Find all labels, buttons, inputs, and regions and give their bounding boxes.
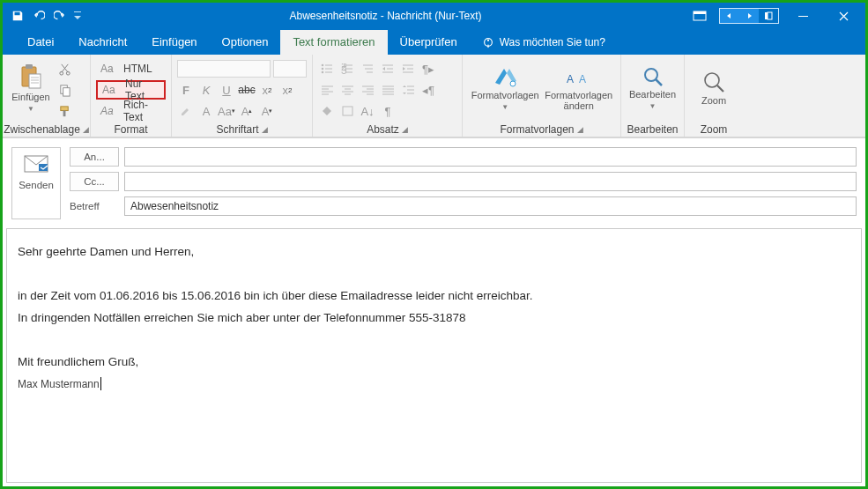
change-case-button[interactable]: Aa▾ [218, 102, 235, 120]
svg-point-24 [510, 81, 516, 86]
strike-button[interactable]: abc [238, 81, 256, 99]
multilevel-button[interactable] [359, 60, 376, 78]
align-center-button[interactable] [338, 81, 356, 99]
outlook-compose-window: Abwesenheitsnotiz - Nachricht (Nur-Text)… [0, 0, 868, 489]
close-button[interactable] [827, 6, 860, 26]
chevron-down-icon: ▼ [27, 105, 34, 113]
copy-button[interactable] [54, 80, 76, 100]
cc-button[interactable]: Cc... [70, 172, 119, 191]
shrink-font-button[interactable]: A▾ [258, 102, 276, 120]
tab-nachricht[interactable]: Nachricht [66, 30, 139, 55]
body-line: Sehr geehrte Damen und Herren, [18, 243, 850, 262]
line-spacing-button[interactable] [399, 81, 417, 99]
cc-field[interactable] [124, 172, 857, 191]
italic-button[interactable]: K [197, 81, 215, 99]
message-body[interactable]: Sehr geehrte Damen und Herren, in der Ze… [6, 228, 862, 483]
group-font: F K U abc x2 x2 A Aa▾ A▴ A▾ [172, 55, 313, 137]
send-button[interactable]: Senden [11, 147, 61, 219]
to-field[interactable] [124, 147, 857, 167]
svg-rect-2 [768, 12, 772, 19]
group-edit: Bearbeiten ▼ Bearbeiten [621, 55, 685, 137]
redo-button[interactable] [50, 6, 70, 26]
format-plain-text-button[interactable]: Aa Nur Text [96, 80, 166, 100]
align-left-button[interactable] [318, 81, 336, 99]
tab-text-formatieren[interactable]: Text formatieren [280, 30, 387, 55]
dialog-launcher-icon[interactable]: ◢ [262, 125, 268, 134]
save-button[interactable] [8, 6, 27, 26]
minimize-button[interactable] [786, 6, 820, 26]
to-button[interactable]: An... [70, 147, 119, 167]
font-size-select[interactable] [273, 60, 307, 78]
group-clipboard: Einfügen ▼ Zwischenablage◢ [3, 55, 91, 137]
styles-button[interactable]: Formatvorlagen ▼ [468, 57, 542, 119]
tell-me-input[interactable]: Was möchten Sie tun? [470, 31, 618, 55]
body-line: Mit freundlichem Gruß, [18, 353, 850, 372]
font-color-button[interactable]: A [197, 102, 215, 120]
edit-button[interactable]: Bearbeiten ▼ [627, 57, 679, 119]
borders-button[interactable] [338, 102, 356, 120]
subject-field[interactable]: Abwesenheitsnotiz [124, 196, 857, 216]
window-snap-icon[interactable] [759, 9, 778, 23]
window-controls [687, 6, 860, 26]
show-marks-button[interactable]: ¶ [379, 102, 397, 120]
group-styles: Formatvorlagen ▼ AA Formatvorlagen änder… [463, 55, 621, 137]
format-rich-text-button[interactable]: Aa Rich-Text [96, 101, 166, 121]
dialog-launcher-icon[interactable]: ◢ [577, 125, 583, 134]
body-line: Max Mustermann [18, 375, 850, 394]
cut-button[interactable] [54, 59, 76, 78]
ltr-button[interactable]: ¶▸ [419, 60, 437, 78]
window-state-group [719, 8, 779, 24]
svg-point-27 [645, 69, 657, 81]
align-right-button[interactable] [359, 81, 376, 99]
svg-rect-14 [63, 87, 70, 95]
svg-rect-10 [29, 74, 41, 88]
format-html-button[interactable]: Aa HTML [96, 59, 166, 78]
qat-dropdown-icon[interactable] [71, 6, 84, 26]
svg-rect-4 [798, 16, 808, 17]
chevron-down-icon: ▼ [649, 102, 657, 110]
sort-button[interactable]: A↓ [359, 102, 376, 120]
svg-text:A: A [579, 73, 586, 85]
paste-button[interactable]: Einfügen ▼ [8, 57, 54, 119]
ribbon: Einfügen ▼ Zwischenablage◢ Aa HTML Aa Nu… [3, 55, 865, 137]
dialog-launcher-icon[interactable]: ◢ [83, 125, 89, 134]
svg-point-19 [322, 71, 324, 74]
tab-ueberpruefen[interactable]: Überprüfen [388, 30, 470, 55]
subscript-button[interactable]: x2 [258, 81, 276, 99]
text-cursor [100, 377, 101, 390]
tab-einfuegen[interactable]: Einfügen [139, 30, 209, 55]
svg-point-18 [322, 68, 324, 70]
svg-rect-23 [343, 107, 352, 115]
bullets-button[interactable] [318, 60, 336, 78]
svg-line-30 [717, 85, 723, 92]
restore-right-icon[interactable] [739, 9, 759, 23]
svg-text:A: A [567, 73, 574, 85]
body-line: In dringenden Notfällen erreichen Sie mi… [18, 309, 850, 328]
grow-font-button[interactable]: A▴ [238, 102, 256, 120]
compose-header: Senden An... Cc... Betreff Abwesenheitsn… [3, 137, 865, 228]
restore-left-icon[interactable] [720, 9, 739, 23]
tab-datei[interactable]: Datei [15, 30, 66, 55]
group-zoom: Zoom Zoom [685, 55, 743, 137]
bold-button[interactable]: F [177, 81, 195, 99]
font-family-select[interactable] [177, 60, 271, 78]
decrease-indent-button[interactable] [379, 60, 397, 78]
ribbon-display-icon[interactable] [687, 6, 712, 26]
justify-button[interactable] [379, 81, 397, 99]
zoom-button[interactable]: Zoom [690, 57, 738, 119]
dialog-launcher-icon[interactable]: ◢ [402, 125, 408, 134]
group-paragraph: 123 ¶▸ ◂¶ [313, 55, 463, 137]
superscript-button[interactable]: x2 [278, 81, 296, 99]
underline-button[interactable]: U [218, 81, 235, 99]
rtl-button[interactable]: ◂¶ [419, 81, 437, 99]
highlight-button[interactable] [177, 102, 195, 120]
increase-indent-button[interactable] [399, 60, 417, 78]
change-styles-button[interactable]: AA Formatvorlagen ändern [542, 57, 615, 119]
tab-optionen[interactable]: Optionen [210, 30, 281, 55]
ribbon-tabs: Datei Nachricht Einfügen Optionen Text f… [3, 29, 865, 55]
svg-rect-3 [765, 12, 768, 19]
shading-button[interactable] [318, 102, 336, 120]
undo-button[interactable] [29, 6, 48, 26]
numbering-button[interactable]: 123 [338, 60, 356, 78]
format-painter-button[interactable] [54, 101, 76, 121]
